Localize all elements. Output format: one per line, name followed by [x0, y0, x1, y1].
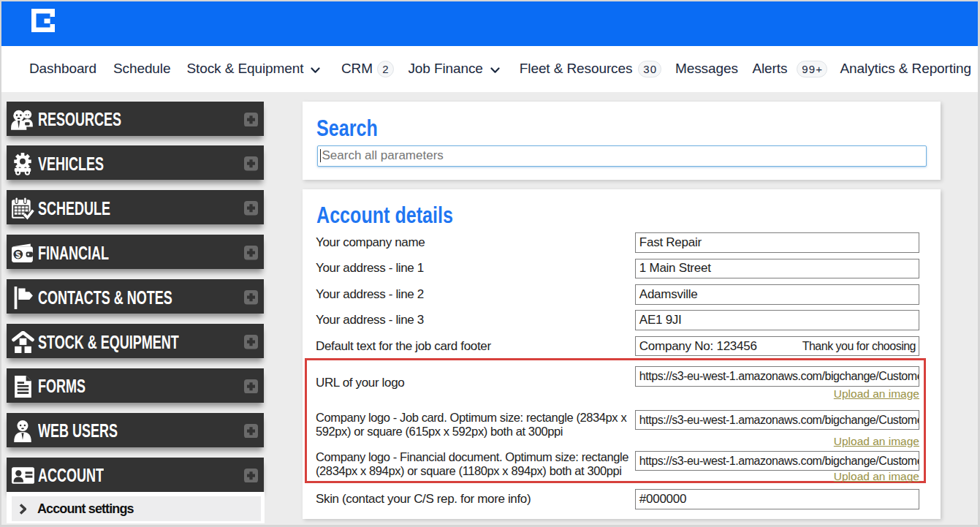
svg-text:$: $	[15, 249, 20, 259]
